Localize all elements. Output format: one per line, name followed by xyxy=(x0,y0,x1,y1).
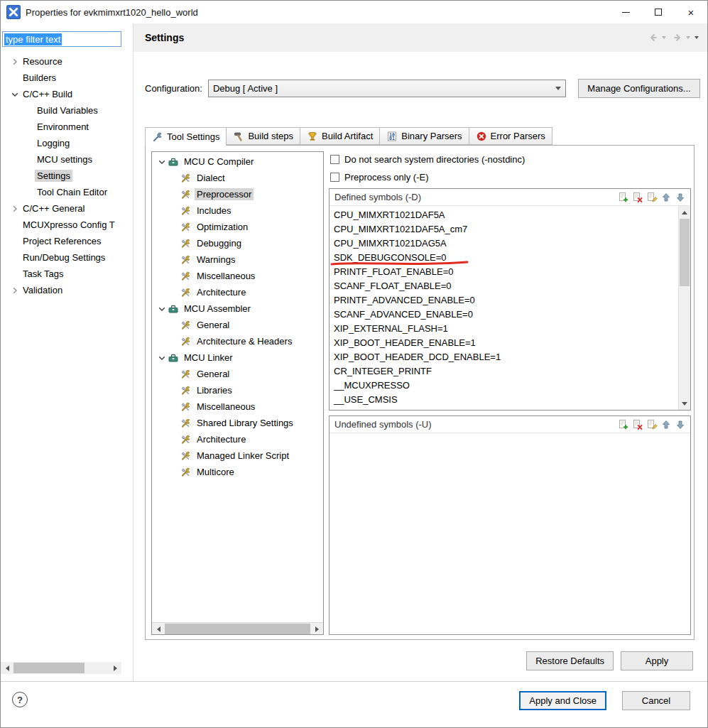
tool-tree-item-includes[interactable]: Includes xyxy=(152,202,323,219)
minimize-button[interactable] xyxy=(609,1,642,23)
collapse-arrow-icon[interactable] xyxy=(156,156,168,168)
tool-tree-item-mcu-c-compiler[interactable]: MCU C Compiler xyxy=(152,153,323,170)
tool-tree-item-libraries[interactable]: Libraries xyxy=(152,382,323,398)
tool-tree-item-mcu-assembler[interactable]: MCU Assembler xyxy=(152,300,323,317)
tool-tree-item-managed-linker-script[interactable]: Managed Linker Script xyxy=(152,447,323,464)
collapse-arrow-icon[interactable] xyxy=(156,303,168,315)
defined-symbol-item[interactable]: SCANF_FLOAT_ENABLE=0 xyxy=(330,279,678,293)
tab-build-steps[interactable]: Build steps xyxy=(227,127,300,145)
sidebar-item-settings[interactable]: Settings xyxy=(1,168,133,184)
defined-symbol-item[interactable]: CPU_MIMXRT1021DAF5A_cm7 xyxy=(330,222,678,237)
tab-binary-parsers[interactable]: 1001Binary Parsers xyxy=(380,127,469,145)
filter-input[interactable]: type filter text xyxy=(2,31,121,47)
maximize-button[interactable] xyxy=(642,1,675,23)
scroll-right-icon[interactable] xyxy=(109,662,121,674)
add-button[interactable] xyxy=(616,418,631,432)
tool-tree-item-architecture[interactable]: Architecture xyxy=(152,284,323,300)
tool-tree-item-preprocessor[interactable]: Preprocessor xyxy=(152,186,323,202)
apply-and-close-button[interactable]: Apply and Close xyxy=(519,691,606,710)
sidebar-item-environment[interactable]: Environment xyxy=(1,119,133,135)
defined-symbol-item[interactable]: XIP_BOOT_HEADER_DCD_ENABLE=1 xyxy=(330,350,678,364)
collapse-arrow-icon[interactable] xyxy=(156,352,168,364)
defined-symbol-item[interactable]: XIP_EXTERNAL_FLASH=1 xyxy=(330,322,678,336)
configuration-select[interactable]: Debug [ Active ] xyxy=(208,80,566,97)
move-up-button[interactable] xyxy=(659,418,673,432)
sidebar-item-mcu-settings[interactable]: MCU settings xyxy=(1,151,133,168)
move-down-button[interactable] xyxy=(673,190,687,205)
tool-tree-item-architecture[interactable]: Architecture xyxy=(152,431,323,447)
scroll-up-icon[interactable] xyxy=(679,206,690,218)
tool-tree-hscrollbar[interactable] xyxy=(152,622,323,634)
tool-tree-item-debugging[interactable]: Debugging xyxy=(152,235,323,251)
sidebar-item-mcuxpresso-config-t[interactable]: MCUXpresso Config T xyxy=(1,217,133,233)
forward-dropdown-icon[interactable] xyxy=(686,36,690,41)
defined-symbol-item[interactable]: CPU_MIMXRT1021DAF5A xyxy=(330,208,678,222)
manage-configurations-button[interactable]: Manage Configurations... xyxy=(578,79,700,98)
tool-tree-item-miscellaneous[interactable]: Miscellaneous xyxy=(152,268,323,284)
tool-tree-item-optimization[interactable]: Optimization xyxy=(152,219,323,235)
defined-symbol-item[interactable]: __USE_CMSIS xyxy=(330,393,678,407)
defined-symbol-item[interactable]: CPU_MIMXRT1021DAG5A xyxy=(330,237,678,251)
sidebar-item-c-c-general[interactable]: C/C++ General xyxy=(1,200,133,217)
sidebar-item-build-variables[interactable]: Build Variables xyxy=(1,102,133,119)
edit-button[interactable] xyxy=(645,190,659,205)
sidebar-hscrollbar[interactable] xyxy=(1,662,121,674)
sidebar-item-builders[interactable]: Builders xyxy=(1,70,133,86)
sidebar-item-tool-chain-editor[interactable]: Tool Chain Editor xyxy=(1,184,133,200)
back-dropdown-icon[interactable] xyxy=(662,36,666,41)
defined-symbol-item[interactable]: __MCUXPRESSO xyxy=(330,379,678,393)
view-menu-icon[interactable] xyxy=(695,36,699,41)
tool-tree-item-warnings[interactable]: Warnings xyxy=(152,251,323,268)
expand-arrow-icon[interactable] xyxy=(9,203,21,214)
tool-tree-item-miscellaneous[interactable]: Miscellaneous xyxy=(152,398,323,415)
expand-arrow-icon[interactable] xyxy=(9,56,21,67)
scrollbar-thumb[interactable] xyxy=(13,663,85,673)
tool-tree-item-dialect[interactable]: Dialect xyxy=(152,170,323,186)
sidebar-item-project-references[interactable]: Project References xyxy=(1,233,133,249)
defined-symbol-item[interactable]: SDK_DEBUGCONSOLE=0 xyxy=(330,251,678,265)
scroll-left-icon[interactable] xyxy=(1,662,13,674)
scrollbar-thumb[interactable] xyxy=(680,219,690,286)
defined-symbol-item[interactable]: PRINTF_FLOAT_ENABLE=0 xyxy=(330,265,678,279)
nostdinc-checkbox[interactable] xyxy=(330,155,339,164)
scrollbar-thumb[interactable] xyxy=(165,624,310,634)
back-icon[interactable] xyxy=(646,31,660,45)
tool-tree-item-general[interactable]: General xyxy=(152,317,323,333)
sidebar-item-resource[interactable]: Resource xyxy=(1,53,133,70)
tool-tree-item-mcu-linker[interactable]: MCU Linker xyxy=(152,349,323,366)
collapse-arrow-icon[interactable] xyxy=(9,89,21,100)
sidebar-item-run-debug-settings[interactable]: Run/Debug Settings xyxy=(1,249,133,266)
tool-tree-item-shared-library-settings[interactable]: Shared Library Settings xyxy=(152,415,323,431)
cancel-button[interactable]: Cancel xyxy=(622,691,690,710)
defined-symbol-item[interactable]: XIP_BOOT_HEADER_ENABLE=1 xyxy=(330,336,678,350)
preprocess-only-checkbox[interactable] xyxy=(330,173,339,182)
defined-symbols-vscrollbar[interactable] xyxy=(678,206,690,410)
add-button[interactable] xyxy=(616,190,631,205)
move-down-button[interactable] xyxy=(673,418,687,432)
tool-tree-item-architecture-headers[interactable]: Architecture & Headers xyxy=(152,333,323,349)
delete-button[interactable] xyxy=(631,418,645,432)
apply-button[interactable]: Apply xyxy=(621,651,693,670)
tab-build-artifact[interactable]: Build Artifact xyxy=(300,127,380,145)
restore-defaults-button[interactable]: Restore Defaults xyxy=(526,651,614,670)
scroll-left-icon[interactable] xyxy=(152,623,164,635)
forward-icon[interactable] xyxy=(670,31,685,45)
tool-tree-item-general[interactable]: General xyxy=(152,366,323,382)
defined-symbol-item[interactable]: PRINTF_ADVANCED_ENABLE=0 xyxy=(330,293,678,308)
scroll-right-icon[interactable] xyxy=(311,623,323,635)
expand-arrow-icon[interactable] xyxy=(9,285,21,296)
sidebar-item-logging[interactable]: Logging xyxy=(1,135,133,151)
help-button[interactable]: ? xyxy=(12,692,28,707)
defined-symbol-item[interactable]: SCANF_ADVANCED_ENABLE=0 xyxy=(330,308,678,322)
sidebar-item-c-c-build[interactable]: C/C++ Build xyxy=(1,86,133,102)
tool-tree-item-multicore[interactable]: Multicore xyxy=(152,464,323,480)
tab-error-parsers[interactable]: Error Parsers xyxy=(469,127,552,145)
sidebar-item-task-tags[interactable]: Task Tags xyxy=(1,266,133,282)
move-up-button[interactable] xyxy=(659,190,673,205)
delete-button[interactable] xyxy=(631,190,645,205)
sidebar-item-validation[interactable]: Validation xyxy=(1,282,133,298)
close-button[interactable]: × xyxy=(675,1,707,23)
tab-tool-settings[interactable]: Tool Settings xyxy=(145,127,227,146)
edit-button[interactable] xyxy=(645,418,659,432)
defined-symbol-item[interactable]: CR_INTEGER_PRINTF xyxy=(330,364,678,379)
